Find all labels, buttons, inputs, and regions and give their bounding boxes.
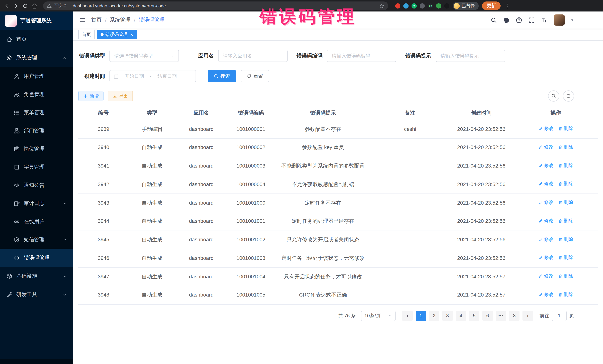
extension-blue-drop-icon[interactable] (403, 3, 408, 8)
page-button[interactable]: 1 (416, 310, 426, 321)
breadcrumb-item[interactable]: 首页 (91, 17, 102, 23)
add-button[interactable]: 新增 (78, 91, 104, 101)
browser-menu-icon[interactable]: ⋮ (504, 2, 511, 9)
error-code-input[interactable] (327, 50, 396, 62)
sidebar-item-error-code[interactable]: 错误码管理 (0, 249, 73, 267)
page-more-button[interactable]: ••• (496, 310, 506, 321)
fullscreen-icon[interactable] (529, 17, 535, 23)
delete-link[interactable]: 删除 (558, 143, 573, 151)
extension-on-badge-icon[interactable]: on (428, 3, 433, 8)
chevron-down-icon[interactable]: ▾ (571, 18, 573, 22)
error-hint-input[interactable] (436, 50, 505, 62)
delete-link[interactable]: 删除 (558, 125, 573, 132)
forward-icon[interactable] (13, 3, 19, 9)
end-date-input[interactable] (154, 73, 181, 79)
bookmark-star-icon[interactable] (379, 3, 384, 8)
sidebar-item-notice[interactable]: 通知公告 (0, 176, 73, 194)
profile-paused-badge[interactable]: 已暂停 (453, 2, 479, 10)
reset-button[interactable]: 重置 (241, 70, 269, 82)
error-type-select[interactable]: 请选择错误码类型 (109, 50, 179, 62)
export-button[interactable]: 导出 (108, 91, 133, 101)
sidebar-item-dev-tools[interactable]: 研发工具 (0, 286, 73, 304)
update-button[interactable]: 更新 (482, 1, 500, 10)
date-range-picker[interactable]: - (109, 70, 196, 82)
app-logo-area[interactable]: 芋道管理系统 (0, 11, 73, 30)
delete-link[interactable]: 删除 (558, 199, 573, 206)
edit-link[interactable]: 修改 (538, 254, 554, 262)
edit-link[interactable]: 修改 (538, 125, 554, 132)
sidebar-item-home[interactable]: 首页 (0, 30, 73, 49)
app-name-input[interactable] (218, 50, 288, 62)
page-tab[interactable]: 首页 (78, 30, 95, 39)
edit-link[interactable]: 修改 (538, 272, 554, 280)
delete-link[interactable]: 删除 (558, 236, 573, 243)
edit-link[interactable]: 修改 (538, 291, 554, 298)
page-tab[interactable]: 错误码管理× (97, 30, 137, 39)
extension-pin-icon[interactable] (444, 3, 449, 8)
breadcrumb-item[interactable]: 系统管理 (110, 17, 131, 23)
sidebar-item-infra[interactable]: 基础设施 (0, 267, 73, 286)
page-button[interactable]: 4 (456, 310, 466, 321)
delete-link[interactable]: 删除 (558, 217, 573, 225)
cell-time: 2021-04-20 23:52:56 (449, 157, 514, 175)
edit-link[interactable]: 修改 (538, 162, 554, 169)
collapse-sidebar-icon[interactable] (79, 17, 86, 23)
sidebar-item-label: 岗位管理 (24, 145, 45, 152)
edit-link[interactable]: 修改 (538, 199, 554, 206)
page-button[interactable]: 5 (469, 310, 479, 321)
sidebar-item-audit-log[interactable]: 审计日志 (0, 194, 73, 212)
cell-id: 3940 (78, 138, 129, 157)
cell-remark (371, 249, 449, 268)
user-avatar[interactable] (554, 14, 565, 26)
delete-link[interactable]: 删除 (558, 162, 573, 169)
edit-link[interactable]: 修改 (538, 180, 554, 188)
extension-red-icon[interactable] (395, 3, 400, 8)
help-icon[interactable] (516, 17, 522, 23)
page-button[interactable]: 8 (509, 310, 520, 321)
toggle-search-button[interactable] (548, 90, 559, 101)
cell-id: 3946 (78, 249, 129, 268)
edit-link[interactable]: 修改 (538, 236, 554, 243)
sidebar-item-system[interactable]: 系统管理 (0, 49, 73, 67)
refresh-table-button[interactable] (563, 90, 574, 101)
sidebar-item-menu[interactable]: 菜单管理 (0, 103, 73, 121)
sidebar-collapse-bar[interactable] (0, 359, 73, 364)
search-icon[interactable] (491, 17, 497, 23)
goto-suffix: 页 (569, 312, 574, 319)
sidebar-item-sms[interactable]: 短信管理 (0, 231, 73, 249)
page-button[interactable]: 6 (482, 310, 493, 321)
page-size-select[interactable]: 10条/页 (361, 310, 395, 321)
github-icon[interactable] (503, 17, 510, 23)
url-bar[interactable]: 不安全 | dashboard.yudao.iocoder.cn/system/… (43, 1, 388, 10)
delete-link[interactable]: 删除 (558, 254, 573, 262)
extension-palette-icon[interactable] (420, 3, 425, 8)
goto-page-input[interactable] (552, 310, 567, 321)
page-button[interactable]: 2 (429, 310, 439, 321)
sidebar-item-dict[interactable]: 字典管理 (0, 158, 73, 176)
extension-green-v-icon[interactable]: V (412, 3, 417, 8)
cell-id: 3942 (78, 175, 129, 194)
font-size-icon[interactable] (541, 17, 547, 23)
reset-button-label: 重置 (254, 73, 263, 79)
delete-link[interactable]: 删除 (558, 272, 573, 280)
sidebar-item-role[interactable]: 角色管理 (0, 85, 73, 103)
search-button[interactable]: 搜索 (208, 70, 236, 82)
edit-link[interactable]: 修改 (538, 217, 554, 225)
sidebar-item-dept[interactable]: 部门管理 (0, 121, 73, 140)
reload-icon[interactable] (22, 3, 28, 9)
extension-leaf-icon[interactable] (436, 3, 441, 8)
start-date-input[interactable] (121, 73, 148, 79)
browser-home-icon[interactable] (32, 3, 37, 9)
prev-page-button[interactable]: ‹ (402, 310, 413, 321)
edit-link[interactable]: 修改 (538, 143, 554, 151)
app-title: 芋道管理系统 (20, 17, 52, 24)
sidebar-item-post[interactable]: 岗位管理 (0, 140, 73, 158)
back-icon[interactable] (4, 3, 10, 9)
delete-link[interactable]: 删除 (558, 180, 573, 188)
next-page-button[interactable]: › (522, 310, 533, 321)
close-tab-icon[interactable]: × (130, 32, 133, 37)
sidebar-item-online-user[interactable]: 在线用户 (0, 212, 73, 231)
sidebar-item-user[interactable]: 用户管理 (0, 67, 73, 85)
delete-link[interactable]: 删除 (558, 291, 573, 298)
page-button[interactable]: 3 (442, 310, 453, 321)
